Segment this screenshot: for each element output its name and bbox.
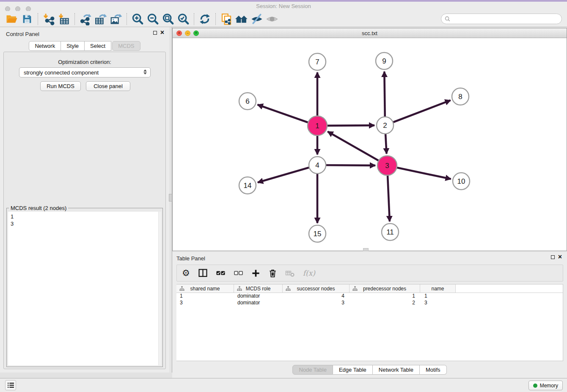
network-zoom-button[interactable]: + <box>193 30 199 36</box>
save-session-button[interactable] <box>19 12 35 26</box>
table-panel-tabs: Node Table Edge Table Network Table Moti… <box>172 365 567 375</box>
close-panel-button[interactable]: Close panel <box>86 81 130 91</box>
column-header-successor-nodes[interactable]: successor nodes <box>283 284 350 293</box>
houses-icon <box>235 13 248 25</box>
zoom-fit-button[interactable] <box>160 12 176 26</box>
close-table-panel-icon[interactable]: × <box>558 255 562 259</box>
tab-network[interactable]: Network <box>29 41 61 51</box>
delete-column-icon[interactable] <box>268 268 277 279</box>
zoom-selected-icon <box>177 13 190 25</box>
tab-select[interactable]: Select <box>85 41 111 51</box>
zoom-fit-icon <box>162 13 174 25</box>
list-icon <box>8 383 14 388</box>
column-header-mcds-role[interactable]: MCDS role <box>234 284 283 293</box>
cell-shared-name[interactable]: 3 <box>176 300 234 306</box>
table-settings-icon[interactable]: ⚙ <box>182 268 190 279</box>
zoom-selected-button[interactable] <box>176 12 191 26</box>
panel-divider-grabber[interactable] <box>169 194 172 202</box>
import-table-button[interactable] <box>56 12 72 26</box>
table-row[interactable]: 1 dominator 4 1 1 <box>176 293 563 300</box>
network-view-window: × – + scc.txt 7968124314101511 <box>172 28 567 251</box>
unselect-all-columns-icon[interactable] <box>234 268 243 279</box>
network-table-divider-grabber[interactable] <box>363 248 369 251</box>
column-header-shared-name[interactable]: shared name <box>176 284 234 293</box>
node-table: shared name MCDS role successor nodes pr… <box>176 284 563 361</box>
tab-motifs[interactable]: Motifs <box>420 365 447 375</box>
import-network-button[interactable] <box>41 12 56 26</box>
network-minimize-button[interactable]: – <box>185 30 190 36</box>
column-header-name[interactable]: name <box>420 284 456 293</box>
memory-button[interactable]: Memory <box>528 381 563 390</box>
eye-disabled-icon <box>266 13 278 25</box>
graph-node-label: 6 <box>245 97 249 105</box>
cell-name[interactable]: 3 <box>420 300 456 306</box>
toolbar-separator <box>38 13 38 25</box>
tab-mcds[interactable]: MCDS <box>112 41 140 51</box>
export-network-button[interactable] <box>78 12 93 26</box>
search-input[interactable] <box>452 15 561 23</box>
export-image-icon <box>110 13 122 25</box>
cell-successor-nodes[interactable]: 3 <box>283 300 350 306</box>
close-panel-icon[interactable]: × <box>160 30 164 35</box>
task-history-button[interactable] <box>5 380 16 390</box>
cell-predecessor-nodes[interactable]: 2 <box>350 300 420 306</box>
network-canvas[interactable]: 7968124314101511 <box>173 38 567 251</box>
import-network-icon <box>42 13 55 25</box>
open-session-button[interactable] <box>4 12 19 26</box>
export-table-icon <box>94 13 107 25</box>
graph-edge-4-14[interactable] <box>258 165 317 182</box>
table-header-row: shared name MCDS role successor nodes pr… <box>176 284 563 293</box>
split-view-icon[interactable] <box>198 268 208 279</box>
tab-style[interactable]: Style <box>61 41 85 51</box>
select-all-columns-icon[interactable] <box>216 268 226 279</box>
attribute-type-icon <box>179 286 184 291</box>
float-table-panel-icon[interactable] <box>551 255 555 259</box>
hide-selected-button[interactable] <box>249 12 264 26</box>
graph-node-label: 9 <box>382 57 386 65</box>
export-table-button[interactable] <box>93 12 108 26</box>
attribute-type-icon <box>352 286 358 291</box>
column-header-predecessor-nodes[interactable]: predecessor nodes <box>350 284 420 293</box>
graph-edge-2-8[interactable] <box>385 100 451 125</box>
delete-table-icon-disabled <box>285 268 295 279</box>
network-window-controls: × – + <box>176 30 199 36</box>
control-panel: Control Panel × Network Style Select MCD… <box>0 27 169 373</box>
toolbar-search[interactable] <box>441 14 562 24</box>
network-close-button[interactable]: × <box>176 30 182 36</box>
cell-mcds-role[interactable]: dominator <box>234 293 283 300</box>
tab-network-table[interactable]: Network Table <box>373 365 420 375</box>
tab-node-table[interactable]: Node Table <box>292 365 333 375</box>
cell-predecessor-nodes[interactable]: 1 <box>350 293 420 300</box>
new-network-from-selection-button[interactable] <box>219 12 234 26</box>
graph-node-label: 2 <box>383 121 387 130</box>
mcds-result-textarea[interactable]: 1 3 <box>8 212 161 365</box>
cell-mcds-role[interactable]: dominator <box>234 300 283 306</box>
zoom-out-button[interactable] <box>145 12 160 26</box>
optimization-criterion-value: strongly connected component <box>24 69 99 76</box>
export-image-button[interactable] <box>108 12 124 26</box>
table-row[interactable]: 3 dominator 3 2 3 <box>176 300 563 306</box>
tab-edge-table[interactable]: Edge Table <box>333 365 373 375</box>
cell-successor-nodes[interactable]: 4 <box>283 293 350 300</box>
run-mcds-button[interactable]: Run MCDS <box>40 81 81 91</box>
zoom-in-button[interactable] <box>130 12 145 26</box>
apply-layout-button[interactable] <box>197 12 212 26</box>
network-window-titlebar[interactable]: × – + scc.txt <box>173 28 567 38</box>
result-scrollbar[interactable] <box>158 212 161 365</box>
network-graph: 7968124314101511 <box>173 38 567 251</box>
select-spinner-icon <box>143 69 147 75</box>
cell-name[interactable]: 1 <box>420 293 456 300</box>
zoom-out-icon <box>146 13 159 25</box>
first-neighbors-button[interactable] <box>234 12 249 26</box>
graph-node-label: 7 <box>315 58 319 66</box>
import-table-icon <box>58 13 70 25</box>
graph-edge-3-1[interactable] <box>328 132 387 166</box>
cell-shared-name[interactable]: 1 <box>176 293 234 300</box>
graph-node-label: 14 <box>244 182 252 190</box>
float-panel-icon[interactable] <box>153 31 157 35</box>
refresh-icon <box>199 13 211 25</box>
attribute-type-icon <box>286 286 291 291</box>
add-column-icon[interactable] <box>251 268 260 279</box>
table-panel-title: Table Panel <box>176 255 205 262</box>
optimization-criterion-select[interactable]: strongly connected component <box>19 67 151 77</box>
